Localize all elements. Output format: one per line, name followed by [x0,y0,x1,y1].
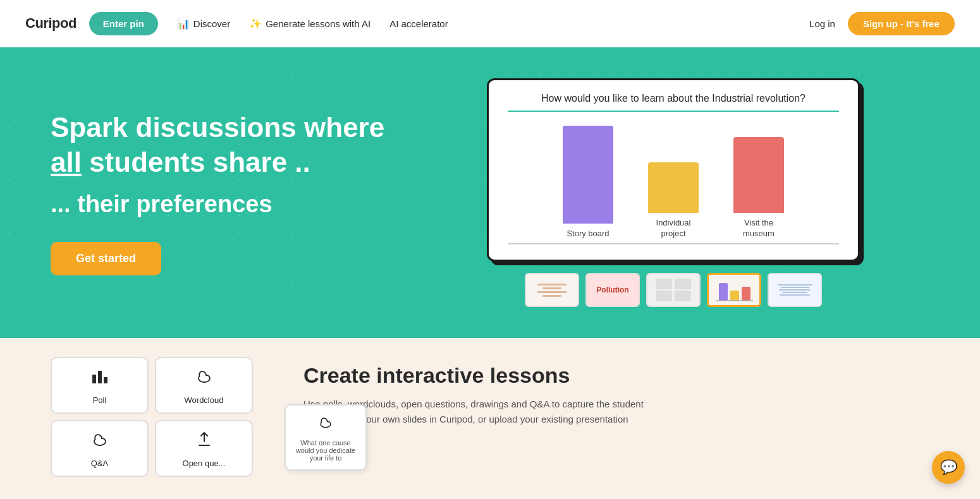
signup-button[interactable]: Sign up - It's free [848,12,955,35]
wordcloud-label: Wordcloud [185,395,224,405]
openq-icon [194,429,214,454]
openq-label: Open que... [183,459,226,468]
svg-rect-3 [675,291,691,301]
bar-storyboard-label: Story board [567,229,609,239]
nav-ai-accelerator[interactable]: AI accelerator [389,18,448,29]
slide-thumb-3[interactable] [646,273,701,307]
svg-rect-10 [104,377,107,383]
feature-grid: Poll Wordcloud Q&A [51,357,253,477]
bar-individual-label: Individualproject [656,218,691,239]
qa-icon [90,429,110,454]
slide-thumb-1[interactable] [525,273,579,307]
bottom-wrapper: Poll Wordcloud Q&A [0,338,980,499]
hero-right: How would you like to learn about the In… [405,78,942,307]
svg-rect-5 [730,291,739,301]
nav-links: 📊 Discover ✨ Generate lessons with AI AI… [177,18,809,30]
hero-title-suffix: students share .. [82,147,310,177]
svg-rect-4 [719,283,728,301]
chart-card: How would you like to learn about the In… [487,78,860,262]
svg-rect-1 [675,279,691,289]
chat-bubble[interactable]: 💬 [932,451,965,484]
get-started-button[interactable]: Get started [51,242,161,275]
poll-label: Poll [93,395,107,405]
section-title: Create interactive lessons [303,363,942,388]
nav-right: Log in Sign up - It's free [809,12,955,35]
hero-subtitle: ... their preferences [51,191,405,218]
wordcloud-icon [194,366,214,390]
floating-card-text: What one cause would you dedicate your l… [286,439,365,462]
svg-rect-9 [98,371,102,383]
logo: Curipod [25,15,77,32]
qa-label: Q&A [91,459,108,468]
chat-bubble-icon: 💬 [940,459,957,476]
bar-museum-fill [733,137,784,213]
slide-thumb-4[interactable] [707,273,761,307]
content-right: Create interactive lessons Use polls, wo… [278,357,942,427]
login-button[interactable]: Log in [809,18,835,29]
svg-rect-2 [656,291,672,301]
bar-storyboard: Story board [563,126,613,239]
bar-storyboard-fill [563,126,613,224]
navbar: Curipod Enter pin 📊 Discover ✨ Generate … [0,0,980,47]
slide-thumbnails: Pollution [525,273,822,307]
floating-card: What one cause would you dedicate your l… [285,404,367,471]
chart-question: How would you like to learn about the In… [508,93,839,112]
nav-generate[interactable]: ✨ Generate lessons with AI [249,18,371,30]
floating-card-icon [317,413,334,435]
bottom-section: Poll Wordcloud Q&A [0,338,980,499]
feature-wordcloud[interactable]: Wordcloud [155,357,253,414]
hero-title: Spark discussions where all students sha… [51,110,405,179]
bar-museum: Visit themuseum [733,137,784,239]
hero-section: Spark discussions where all students sha… [0,47,980,338]
feature-poll[interactable]: Poll [51,357,149,414]
svg-rect-0 [656,279,672,289]
slide-thumb-2[interactable]: Pollution [585,273,640,307]
bar-individual: Individualproject [648,162,699,239]
bar-individual-fill [648,162,699,213]
feature-qa[interactable]: Q&A [51,420,149,477]
enter-pin-button[interactable]: Enter pin [89,12,158,35]
bar-museum-label: Visit themuseum [743,218,775,239]
nav-discover[interactable]: 📊 Discover [177,18,230,30]
svg-rect-6 [742,287,750,301]
generate-icon: ✨ [249,18,262,30]
hero-left: Spark discussions where all students sha… [51,110,405,275]
feature-openq[interactable]: Open que... [155,420,253,477]
poll-icon [90,366,110,390]
chart-bars: Story board Individualproject Visit them… [508,124,839,244]
svg-rect-8 [92,375,96,383]
discover-icon: 📊 [177,18,190,30]
slide-thumb-5[interactable] [768,273,822,307]
